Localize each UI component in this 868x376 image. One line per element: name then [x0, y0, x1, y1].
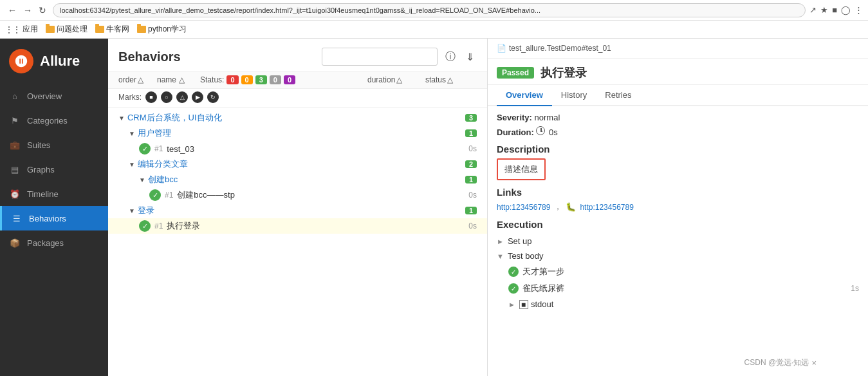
- bookmark-python-label: python学习: [148, 24, 187, 35]
- bookmark-issues[interactable]: 问题处理: [46, 24, 88, 35]
- share-icon[interactable]: ↗: [809, 5, 817, 15]
- detail-panel: 📄 test_allure.TestDemo#test_01 Passed 执行…: [488, 39, 868, 376]
- exec-time-2: 1s: [851, 284, 859, 293]
- clock-duration-icon: [536, 126, 545, 135]
- item-name-test03: test_03: [167, 144, 468, 154]
- mark-icon-4[interactable]: ▶: [192, 91, 203, 103]
- tree-group-login[interactable]: ▼ 登录 1: [108, 203, 487, 218]
- link-2[interactable]: http:123456789: [580, 203, 633, 212]
- bookmark-icon[interactable]: ★: [820, 5, 828, 15]
- stdout-item[interactable]: ► ◼ stdout: [508, 297, 859, 312]
- apps-icon: ⋮⋮: [5, 25, 21, 34]
- sidebar-item-timeline[interactable]: ⏰ Timeline: [0, 182, 108, 206]
- sidebar: Allure ⌂ Overview ⚑ Categories 💼 Suites …: [0, 39, 108, 376]
- menu-icon[interactable]: ⋮: [854, 5, 863, 15]
- item-num-create-bcc: #1: [165, 191, 173, 200]
- th-duration[interactable]: duration △: [367, 75, 425, 84]
- download-button[interactable]: ⇓: [463, 50, 477, 64]
- url-bar[interactable]: [53, 3, 806, 17]
- edit-articles-label: 编辑分类文章: [138, 158, 465, 170]
- behaviors-actions: ⓘ ⇓: [322, 48, 477, 66]
- tree-group-user-mgmt[interactable]: ▼ 用户管理 1: [108, 126, 487, 141]
- sidebar-item-graphs[interactable]: ▤ Graphs: [0, 157, 108, 182]
- toggle-login[interactable]: ▼: [129, 207, 135, 214]
- sidebar-item-categories[interactable]: ⚑ Categories: [0, 108, 108, 133]
- sidebar-item-overview[interactable]: ⌂ Overview: [0, 84, 108, 108]
- back-button[interactable]: ←: [5, 4, 19, 17]
- refresh-button[interactable]: ↻: [36, 4, 49, 17]
- th-name-label: name: [157, 75, 176, 84]
- tab-history[interactable]: History: [552, 85, 596, 106]
- status-badge-skipped[interactable]: 0: [270, 75, 281, 84]
- link-1[interactable]: http:123456789: [497, 203, 550, 212]
- stdout-expand-icon: ►: [508, 301, 515, 308]
- tree-group-create-bcc[interactable]: ▼ 创建bcc 1: [108, 172, 487, 187]
- toggle-edit-articles[interactable]: ▼: [129, 161, 135, 168]
- duration-label: Duration:: [497, 127, 534, 137]
- sidebar-label-categories: Categories: [27, 116, 68, 126]
- toggle-crm[interactable]: ▼: [118, 115, 125, 122]
- severity-value: normal: [535, 113, 560, 122]
- mark-icon-3[interactable]: △: [176, 91, 188, 103]
- mark-icon-1[interactable]: ■: [145, 91, 157, 103]
- tree-item-login-exec[interactable]: ✓ #1 执行登录 0s: [108, 218, 487, 234]
- watermark-close[interactable]: ×: [811, 358, 817, 368]
- description-title: Description: [497, 144, 859, 155]
- bookmark-python[interactable]: python学习: [137, 24, 187, 35]
- setup-item[interactable]: ► Set up: [497, 234, 859, 249]
- watermark: CSDN @觉远·知远 ×: [744, 357, 817, 368]
- tab-overview[interactable]: Overview: [497, 85, 552, 106]
- sidebar-label-overview: Overview: [27, 91, 62, 101]
- clock-icon: ⏰: [9, 188, 21, 200]
- detail-title-row: Passed 执行登录: [488, 59, 868, 85]
- execution-section: Execution ► Set up ▼ Test body ✓ 天才第一步: [497, 219, 859, 312]
- bookmark-niuke[interactable]: 牛客网: [95, 24, 129, 35]
- toggle-create-bcc[interactable]: ▼: [139, 176, 145, 183]
- sidebar-item-behaviors[interactable]: ☰ Behaviors: [0, 206, 108, 230]
- extension-icon[interactable]: ■: [832, 5, 837, 15]
- tree-item-create-bcc-stp[interactable]: ✓ #1 创建bcc——stp 0s: [108, 187, 487, 203]
- info-button[interactable]: ⓘ: [443, 49, 458, 65]
- th-status[interactable]: status △: [425, 75, 477, 84]
- item-time-create-bcc: 0s: [468, 191, 477, 200]
- test-body-item-2[interactable]: ✓ 雀氏纸尿裤 1s: [508, 280, 859, 297]
- bookmark-apps[interactable]: ⋮⋮ 应用: [5, 24, 38, 35]
- test-body-item[interactable]: ▼ Test body: [497, 249, 859, 263]
- th-order-label: order: [118, 75, 136, 84]
- tab-retries[interactable]: Retries: [596, 85, 640, 106]
- user-mgmt-count: 1: [465, 129, 477, 137]
- link-separator: ，: [554, 202, 562, 212]
- search-input[interactable]: [322, 48, 438, 66]
- mark-icon-5[interactable]: ↻: [207, 91, 219, 103]
- profile-icon[interactable]: ◯: [841, 5, 851, 15]
- severity-label: Severity:: [497, 113, 532, 122]
- tree-group-crm[interactable]: ▼ CRM后台系统，UI自动化 3: [108, 110, 487, 126]
- sidebar-logo: Allure: [0, 39, 108, 84]
- sidebar-item-suites[interactable]: 💼 Suites: [0, 133, 108, 157]
- toggle-user-mgmt[interactable]: ▼: [129, 130, 135, 137]
- status-badge-passed[interactable]: 3: [255, 75, 267, 84]
- detail-tabs: Overview History Retries: [488, 85, 868, 106]
- breadcrumb-text: test_allure.TestDemo#test_01: [509, 44, 611, 53]
- breadcrumb: 📄 test_allure.TestDemo#test_01: [488, 39, 868, 59]
- sidebar-label-timeline: Timeline: [27, 189, 59, 199]
- status-badge-unknown[interactable]: 0: [284, 75, 295, 84]
- th-status-label: status: [425, 75, 446, 84]
- tree-group-edit-articles[interactable]: ▼ 编辑分类文章 2: [108, 156, 487, 172]
- status-badge-failed[interactable]: 0: [226, 75, 238, 84]
- browser-icons: ↗ ★ ■ ◯ ⋮: [809, 5, 863, 15]
- th-order[interactable]: order △: [118, 75, 157, 84]
- mark-icon-2[interactable]: ○: [161, 91, 172, 103]
- test-body-label: Test body: [508, 251, 544, 261]
- item-name-create-bcc: 创建bcc——stp: [177, 189, 468, 201]
- forward-button[interactable]: →: [21, 4, 35, 17]
- create-bcc-label: 创建bcc: [148, 174, 465, 185]
- tree-item-test03[interactable]: ✓ #1 test_03 0s: [108, 141, 487, 156]
- main-layout: Allure ⌂ Overview ⚑ Categories 💼 Suites …: [0, 39, 868, 376]
- package-icon: 📦: [9, 237, 21, 249]
- sidebar-item-packages[interactable]: 📦 Packages: [0, 230, 108, 255]
- th-name[interactable]: name △ Status: 0 0 3 0 0: [157, 75, 367, 84]
- breadcrumb-page-icon: 📄: [497, 44, 506, 53]
- status-badge-broken[interactable]: 0: [241, 75, 253, 84]
- test-body-item-1[interactable]: ✓ 天才第一步: [508, 263, 859, 280]
